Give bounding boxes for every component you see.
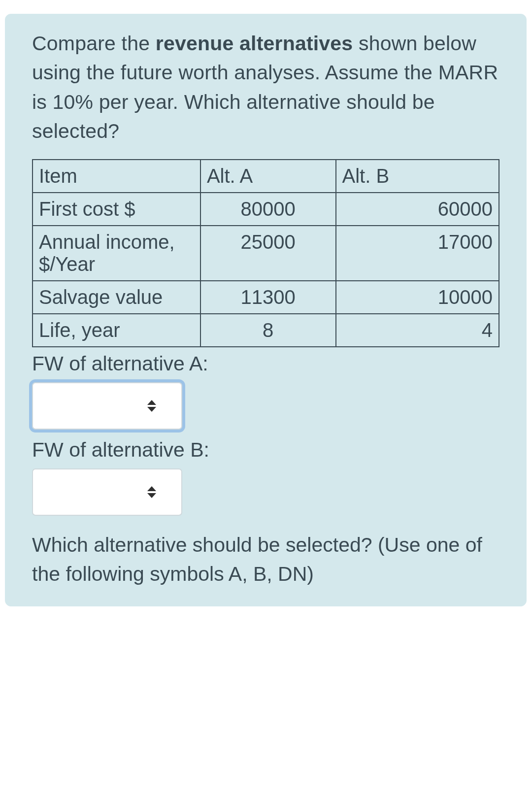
table-row: First cost $ 80000 60000 — [33, 193, 499, 226]
header-alt-b: Alt. B — [336, 160, 499, 193]
row-label: Annual income, $/Year — [33, 226, 200, 281]
fw-b-select[interactable] — [32, 468, 182, 516]
row-value-a: 25000 — [200, 226, 336, 281]
comparison-table: Item Alt. A Alt. B First cost $ 80000 60… — [32, 159, 499, 347]
fw-a-label: FW of alternative A: — [32, 352, 499, 375]
row-value-a: 80000 — [200, 193, 336, 226]
fw-b-label: FW of alternative B: — [32, 438, 499, 462]
fw-b-select-wrap — [32, 468, 182, 516]
row-label: Salvage value — [33, 281, 200, 314]
table-row: Salvage value 11300 10000 — [33, 281, 499, 314]
intro-pre: Compare the — [32, 32, 156, 55]
select-arrows-icon — [146, 399, 158, 413]
table-row: Life, year 8 4 — [33, 314, 499, 347]
header-item: Item — [33, 160, 200, 193]
row-value-a: 11300 — [200, 281, 336, 314]
row-value-a: 8 — [200, 314, 336, 347]
row-value-b: 4 — [336, 314, 499, 347]
table-row: Annual income, $/Year 25000 17000 — [33, 226, 499, 281]
table-header-row: Item Alt. A Alt. B — [33, 160, 499, 193]
row-value-b: 17000 — [336, 226, 499, 281]
fw-a-select[interactable] — [32, 382, 182, 430]
row-value-b: 10000 — [336, 281, 499, 314]
row-label: Life, year — [33, 314, 200, 347]
row-label: First cost $ — [33, 193, 200, 226]
problem-statement: Compare the revenue alternatives shown b… — [32, 29, 499, 146]
fw-a-select-wrap — [32, 382, 182, 430]
selection-question: Which alternative should be selected? (U… — [32, 531, 499, 589]
question-card: Compare the revenue alternatives shown b… — [5, 14, 527, 606]
spacer — [32, 589, 499, 590]
header-alt-a: Alt. A — [200, 160, 336, 193]
select-arrows-icon — [146, 485, 158, 499]
intro-bold: revenue alternatives — [156, 32, 353, 55]
page: Compare the revenue alternatives shown b… — [0, 14, 532, 799]
row-value-b: 60000 — [336, 193, 499, 226]
